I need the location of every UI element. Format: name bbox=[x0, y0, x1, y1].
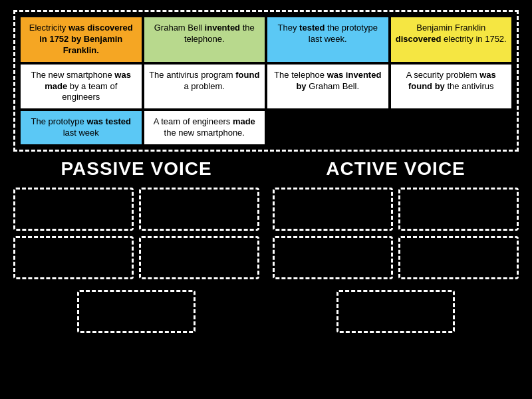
passive-drop-1[interactable] bbox=[13, 188, 134, 231]
card-3[interactable]: They tested the prototype last week. bbox=[267, 17, 388, 62]
bottom-section: PASSIVE VOICE ACTIVE VOICE bbox=[0, 158, 532, 333]
card-6[interactable]: The antivirus program found a problem. bbox=[144, 65, 265, 109]
card-9[interactable]: The prototype was tested last week bbox=[21, 111, 142, 144]
card-7[interactable]: The telephoe was invented by Graham Bell… bbox=[267, 65, 388, 109]
active-drop-2[interactable] bbox=[398, 188, 519, 231]
active-voice-title: ACTIVE VOICE bbox=[273, 158, 519, 180]
passive-drop-2[interactable] bbox=[139, 188, 259, 231]
passive-drop-4[interactable] bbox=[139, 236, 259, 279]
passive-bottom-row bbox=[13, 285, 259, 333]
passive-voice-title: PASSIVE VOICE bbox=[13, 158, 259, 180]
active-drop-1[interactable] bbox=[273, 188, 393, 231]
card-2[interactable]: Graham Bell invented the telephone. bbox=[144, 17, 265, 62]
passive-voice-column: PASSIVE VOICE bbox=[13, 158, 259, 333]
active-bottom-row bbox=[273, 285, 519, 333]
passive-drop-3[interactable] bbox=[13, 236, 134, 279]
active-drop-grid bbox=[273, 188, 519, 279]
passive-drop-5[interactable] bbox=[77, 290, 196, 333]
active-drop-3[interactable] bbox=[273, 236, 393, 279]
active-voice-column: ACTIVE VOICE bbox=[273, 158, 519, 333]
card-1[interactable]: Electricity was discovered in 1752 by Be… bbox=[21, 17, 142, 62]
card-empty-2 bbox=[391, 111, 512, 144]
card-8[interactable]: A security problem was found by the anti… bbox=[391, 65, 512, 109]
passive-drop-grid bbox=[13, 188, 259, 279]
active-drop-4[interactable] bbox=[398, 236, 519, 279]
card-4[interactable]: Benjamin Franklin discovered electrity i… bbox=[391, 17, 512, 62]
card-10[interactable]: A team of engineers made the new smartph… bbox=[144, 111, 265, 144]
card-grid: Electricity was discovered in 1752 by Be… bbox=[13, 10, 519, 152]
card-5[interactable]: The new smartphone was made by a team of… bbox=[21, 65, 142, 109]
active-drop-5[interactable] bbox=[336, 290, 455, 333]
card-empty-1 bbox=[267, 111, 388, 144]
